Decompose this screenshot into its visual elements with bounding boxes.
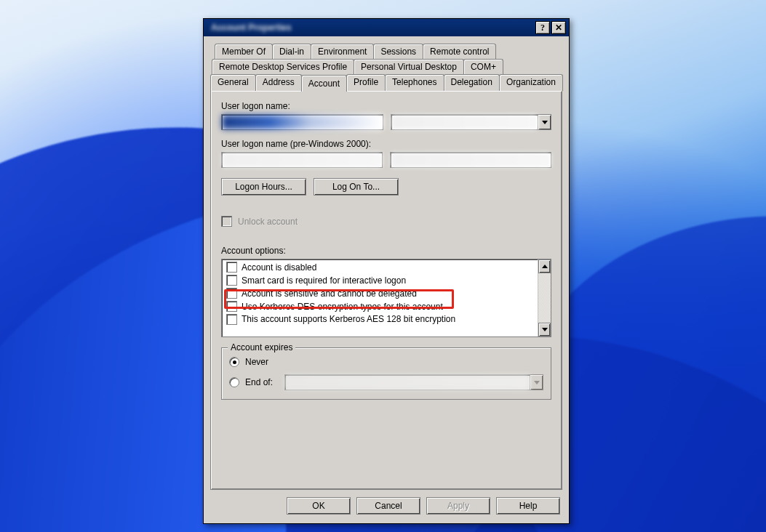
list-item[interactable]: Smart card is required for interactive l… — [223, 274, 536, 287]
tab-row-3: General Address Account Profile Telephon… — [210, 74, 562, 91]
dialog-footer: OK Cancel Apply Help — [204, 490, 569, 523]
tab-dial-in[interactable]: Dial-in — [272, 44, 311, 59]
tab-rds-profile[interactable]: Remote Desktop Services Profile — [212, 59, 354, 74]
help-button[interactable]: Help — [496, 497, 560, 515]
account-options-label: Account options: — [221, 246, 551, 256]
tab-remote-control[interactable]: Remote control — [423, 44, 496, 59]
account-expires-group: Account expires Never End of: — [221, 347, 551, 400]
account-options-listbox[interactable]: Account is disabled Smart card is requir… — [221, 259, 551, 337]
tab-row-1: Member Of Dial-in Environment Sessions R… — [210, 44, 562, 59]
tab-personal-vd[interactable]: Personal Virtual Desktop — [354, 59, 464, 74]
expires-date-picker — [284, 374, 530, 390]
tab-row-2: Remote Desktop Services Profile Personal… — [210, 59, 562, 74]
scroll-track[interactable] — [538, 273, 551, 323]
tab-telephones[interactable]: Telephones — [385, 74, 444, 91]
checkbox-icon[interactable] — [226, 301, 237, 312]
list-item[interactable]: Account is disabled — [223, 261, 536, 274]
logon-name-pre-label: User logon name (pre-Windows 2000): — [221, 139, 551, 149]
unlock-account-checkbox — [221, 216, 232, 227]
unlock-account-label: Unlock account — [238, 217, 298, 227]
sam-name-input[interactable] — [390, 152, 551, 168]
scroll-down-icon[interactable] — [538, 323, 551, 336]
close-icon[interactable]: ✕ — [551, 21, 566, 34]
tab-delegation[interactable]: Delegation — [444, 74, 500, 91]
ok-button[interactable]: OK — [287, 497, 351, 515]
tab-environment[interactable]: Environment — [311, 44, 374, 59]
help-icon[interactable]: ? — [535, 21, 550, 34]
tab-com-plus[interactable]: COM+ — [463, 59, 503, 74]
checkbox-icon[interactable] — [226, 262, 237, 273]
upn-suffix-combo[interactable] — [391, 114, 538, 130]
cancel-button[interactable]: Cancel — [356, 497, 420, 515]
titlebar[interactable]: Account Properties ? ✕ — [204, 19, 569, 36]
expires-never-radio[interactable]: Never — [229, 357, 543, 367]
list-item[interactable]: This account supports Kerberos AES 128 b… — [223, 313, 536, 328]
chevron-down-icon — [530, 374, 543, 390]
logon-hours-button[interactable]: Logon Hours... — [221, 178, 306, 196]
desktop-wallpaper: Account Properties ? ✕ Member Of Dial-in… — [0, 0, 766, 532]
tab-address[interactable]: Address — [255, 74, 302, 91]
apply-button: Apply — [426, 497, 490, 515]
properties-dialog: Account Properties ? ✕ Member Of Dial-in… — [203, 18, 570, 524]
tab-general[interactable]: General — [210, 74, 256, 91]
checkbox-icon[interactable] — [226, 275, 237, 286]
logon-name-input[interactable] — [221, 114, 383, 130]
log-on-to-button[interactable]: Log On To... — [314, 178, 399, 196]
account-panel: User logon name: User logon name (pre-Wi… — [210, 90, 562, 490]
titlebar-title: Account Properties — [207, 23, 534, 33]
scroll-up-icon[interactable] — [538, 259, 551, 273]
tab-profile[interactable]: Profile — [346, 74, 386, 91]
checkbox-icon[interactable] — [226, 314, 237, 325]
account-expires-legend: Account expires — [228, 342, 295, 352]
domain-prefix-input[interactable] — [221, 152, 383, 168]
tab-member-of[interactable]: Member Of — [215, 44, 273, 59]
expires-end-of-radio[interactable]: End of: — [229, 377, 273, 387]
chevron-down-icon[interactable] — [538, 114, 551, 130]
tab-account[interactable]: Account — [301, 75, 347, 92]
checkbox-icon[interactable] — [226, 288, 237, 299]
logon-name-label: User logon name: — [221, 101, 551, 111]
tab-sessions[interactable]: Sessions — [373, 44, 423, 59]
scrollbar[interactable] — [538, 259, 551, 336]
list-item[interactable]: Use Kerberos DES encryption types for th… — [223, 300, 536, 313]
list-item-sensitive[interactable]: Account is sensitive and cannot be deleg… — [223, 287, 536, 300]
tab-organization[interactable]: Organization — [499, 74, 563, 91]
